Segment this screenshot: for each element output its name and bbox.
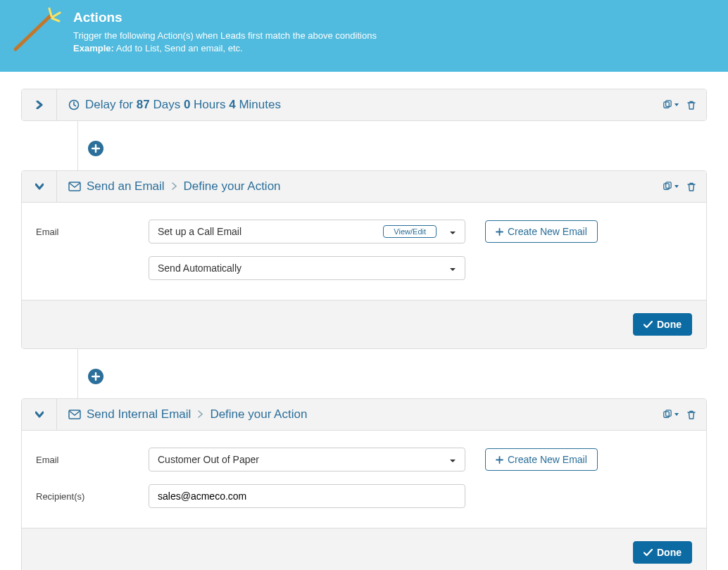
add-action-rail bbox=[77, 349, 707, 398]
delay-days: 87 bbox=[137, 98, 150, 111]
email-template-value: Customer Out of Paper bbox=[158, 454, 259, 465]
card-title: Send an Email bbox=[87, 179, 165, 194]
caret-down-icon bbox=[449, 454, 456, 465]
chevron-right-icon bbox=[198, 407, 203, 422]
plus-icon bbox=[496, 456, 503, 464]
svg-line-3 bbox=[52, 18, 59, 21]
banner-example-label: Example: bbox=[73, 43, 114, 53]
done-button[interactable]: Done bbox=[633, 313, 692, 336]
expand-toggle[interactable] bbox=[22, 89, 57, 120]
create-new-email-button[interactable]: Create New Email bbox=[485, 448, 598, 471]
delay-hours: 0 bbox=[184, 98, 190, 111]
delay-card: Delay for 87 Days 0 Hours 4 Minutes bbox=[21, 89, 707, 121]
send-mode-select[interactable]: Send Automatically bbox=[149, 256, 465, 280]
caret-down-icon bbox=[449, 226, 456, 237]
actions-banner: Actions Trigger the following Action(s) … bbox=[0, 0, 728, 72]
plus-icon bbox=[92, 372, 100, 381]
banner-example-text: Add to List, Send an email, etc. bbox=[116, 43, 243, 53]
banner-title: Actions bbox=[73, 10, 377, 25]
email-template-select[interactable]: Customer Out of Paper bbox=[149, 448, 465, 471]
svg-line-2 bbox=[53, 13, 60, 17]
recipients-label: Recipient(s) bbox=[36, 491, 149, 502]
view-edit-button[interactable]: View/Edit bbox=[383, 225, 437, 238]
email-template-value: Set up a Call Email bbox=[158, 226, 241, 237]
send-email-card: Send an Email Define your Action bbox=[21, 170, 707, 349]
email-label: Email bbox=[36, 227, 149, 237]
chevron-right-icon bbox=[35, 101, 44, 109]
plus-icon bbox=[92, 144, 100, 153]
chevron-down-icon bbox=[35, 182, 44, 191]
collapse-toggle[interactable] bbox=[22, 171, 57, 202]
delay-hours-unit: Hours bbox=[194, 98, 225, 111]
copy-menu[interactable] bbox=[662, 410, 679, 420]
card-subtitle: Define your Action bbox=[210, 407, 307, 422]
done-button[interactable]: Done bbox=[633, 541, 692, 564]
delay-minutes-unit: Minutes bbox=[239, 98, 281, 111]
copy-icon bbox=[662, 182, 672, 192]
copy-icon bbox=[662, 100, 672, 110]
check-icon bbox=[644, 549, 653, 557]
create-new-email-button[interactable]: Create New Email bbox=[485, 220, 598, 243]
delay-prefix: Delay for bbox=[85, 98, 133, 111]
add-action-button[interactable] bbox=[88, 369, 103, 384]
email-label: Email bbox=[36, 455, 149, 465]
wand-icon bbox=[8, 7, 66, 56]
chevron-down-icon bbox=[35, 410, 44, 419]
email-template-select[interactable]: Set up a Call Email View/Edit bbox=[149, 220, 465, 243]
banner-subtitle: Trigger the following Action(s) when Lea… bbox=[73, 30, 377, 41]
add-action-button[interactable] bbox=[88, 141, 103, 156]
delay-days-unit: Days bbox=[153, 98, 180, 111]
send-mode-value: Send Automatically bbox=[158, 262, 241, 274]
mail-icon bbox=[68, 410, 81, 419]
add-action-rail bbox=[77, 121, 707, 170]
mail-icon bbox=[68, 182, 81, 191]
card-subtitle: Define your Action bbox=[184, 179, 281, 194]
chevron-right-icon bbox=[172, 179, 177, 194]
trash-icon bbox=[686, 100, 696, 110]
delay-minutes: 4 bbox=[229, 98, 235, 111]
caret-down-icon bbox=[674, 412, 679, 417]
trash-icon bbox=[686, 182, 696, 192]
check-icon bbox=[644, 321, 653, 329]
delete-button[interactable] bbox=[686, 100, 696, 110]
recipients-input[interactable] bbox=[149, 484, 465, 508]
caret-down-icon bbox=[449, 262, 456, 274]
card-title: Send Internal Email bbox=[87, 407, 191, 422]
send-internal-email-card: Send Internal Email Define your Action bbox=[21, 398, 707, 570]
clock-icon bbox=[68, 99, 80, 110]
copy-menu[interactable] bbox=[662, 100, 679, 110]
svg-line-0 bbox=[15, 15, 51, 49]
copy-icon bbox=[662, 410, 672, 420]
collapse-toggle[interactable] bbox=[22, 399, 57, 430]
caret-down-icon bbox=[674, 184, 679, 189]
trash-icon bbox=[686, 410, 696, 420]
delete-button[interactable] bbox=[686, 410, 696, 420]
copy-menu[interactable] bbox=[662, 182, 679, 192]
delete-button[interactable] bbox=[686, 182, 696, 192]
plus-icon bbox=[496, 228, 503, 236]
caret-down-icon bbox=[674, 102, 679, 108]
